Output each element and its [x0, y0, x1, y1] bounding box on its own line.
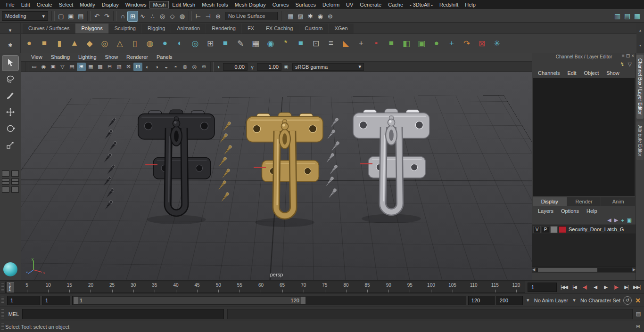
command-result-field[interactable]: [227, 309, 633, 319]
half-sphere-icon[interactable]: ◐: [173, 37, 187, 50]
current-time-field[interactable]: 1: [528, 283, 557, 292]
layout-two-pane-button[interactable]: [11, 170, 19, 177]
animation-preferences-icon[interactable]: ✕: [634, 296, 642, 305]
panel-menu-lighting[interactable]: Lighting: [74, 54, 101, 60]
character-set-dropdown-icon[interactable]: ▾: [571, 297, 578, 303]
tool-settings-toggle-icon[interactable]: ▤: [622, 11, 632, 21]
channel-box-menu-channels[interactable]: Channels: [534, 69, 563, 77]
screws-steel-door-latch[interactable]: [325, 118, 340, 199]
spread-icon[interactable]: *: [279, 37, 292, 50]
help-grid-icon[interactable]: ⊞: [636, 324, 640, 330]
channel-box-menu-show[interactable]: Show: [603, 69, 623, 77]
menu-help[interactable]: Help: [462, 1, 479, 8]
menu-set-selector[interactable]: Modeling ▾: [2, 11, 48, 21]
safe-action-icon[interactable]: ⊠: [124, 63, 133, 71]
combine-icon[interactable]: ■: [385, 37, 398, 50]
layer-prev-icon[interactable]: ◀: [607, 217, 611, 223]
ipr-render-icon[interactable]: ▨: [296, 11, 305, 21]
panel-menu-show[interactable]: Show: [101, 54, 123, 60]
step-back-frame-button[interactable]: |◀: [570, 283, 579, 292]
motion-blur-icon[interactable]: ⊚: [199, 63, 208, 71]
shaded-icon[interactable]: ◑: [152, 63, 161, 71]
shelf-options-gear-icon[interactable]: ✱: [8, 42, 12, 49]
cube-tool-icon[interactable]: ■: [294, 37, 307, 50]
field-chart-icon[interactable]: ▧: [115, 63, 124, 71]
screws-black-door-latch[interactable]: [102, 118, 117, 211]
shelf-tab-curves-surfaces[interactable]: Curves / Surfaces: [23, 24, 75, 33]
snap-magnet-icon[interactable]: ∩: [118, 11, 128, 21]
go-to-start-button[interactable]: |◀◀: [559, 283, 569, 292]
layout-outliner-persp-button[interactable]: [2, 186, 9, 193]
colorspace-select[interactable]: sRGB gamma ▾: [292, 63, 364, 71]
poly-barrel-icon[interactable]: ◍: [143, 37, 157, 50]
menu-deform[interactable]: Deform: [319, 1, 343, 8]
scroll-up-icon[interactable]: ▴: [639, 28, 641, 32]
range-slider-grip[interactable]: [1, 296, 4, 304]
menu-modify[interactable]: Modify: [76, 1, 98, 8]
scrollbar-track[interactable]: [536, 267, 632, 272]
lock-camera-icon[interactable]: ◉: [39, 63, 48, 71]
menu-3dtoall[interactable]: - 3DtoAll -: [406, 1, 436, 8]
red-chip-icon[interactable]: ▪: [370, 37, 383, 50]
boolean-icon[interactable]: ●: [430, 37, 443, 50]
layer-visible-toggle[interactable]: V: [533, 226, 541, 233]
shelf-tab-animation[interactable]: Animation: [171, 24, 206, 33]
shelf-tab-fx-caching[interactable]: FX Caching: [260, 24, 298, 33]
time-slider-grip[interactable]: [1, 283, 4, 291]
layout-horizontal-pane-button[interactable]: [2, 178, 9, 185]
layer-type-cell[interactable]: [550, 226, 558, 233]
layer-row[interactable]: V P Security_Door_Latch_G: [532, 225, 636, 234]
smooth-sphere-icon[interactable]: ●: [158, 37, 172, 50]
bookmark-icon[interactable]: ▽: [58, 63, 67, 71]
scrollbar-thumb[interactable]: [538, 268, 597, 272]
view-transform-icon[interactable]: ◉: [283, 64, 289, 70]
shelf-tab-fx[interactable]: FX: [242, 24, 260, 33]
step-forward-key-button[interactable]: |▶: [611, 283, 621, 292]
screws-brass-door-latch[interactable]: [217, 121, 232, 203]
snap-center-icon[interactable]: ◎: [157, 11, 167, 21]
menu-select[interactable]: Select: [56, 1, 77, 8]
menu-mesh[interactable]: Mesh: [149, 1, 169, 8]
animation-end-field[interactable]: 200: [496, 296, 523, 305]
layer-next-icon[interactable]: ▶: [614, 217, 618, 223]
undo-icon[interactable]: ↶: [92, 11, 102, 21]
xgen-star-icon[interactable]: ✳: [490, 37, 504, 50]
channel-speed-icon[interactable]: ↯: [620, 61, 624, 67]
playback-start-field[interactable]: 1: [42, 296, 70, 305]
character-set-label[interactable]: No Character Set: [579, 298, 621, 303]
channel-box-empty-area[interactable]: [533, 78, 635, 196]
panel-close-icon[interactable]: ×: [631, 53, 634, 58]
save-scene-icon[interactable]: ▤: [76, 11, 86, 21]
poly-torus-icon[interactable]: ◎: [98, 37, 111, 50]
film-gate-icon[interactable]: ▦: [86, 63, 95, 71]
fill-hole-icon[interactable]: ▣: [415, 37, 428, 50]
poly-cylinder-icon[interactable]: ▮: [53, 37, 66, 50]
make-live-icon[interactable]: ◍: [177, 11, 187, 21]
menu-edit[interactable]: Edit: [18, 1, 33, 8]
shelf-tab-custom[interactable]: Custom: [299, 24, 329, 33]
shelf-scroll[interactable]: ▴ ▾: [636, 23, 644, 53]
layer-name[interactable]: Security_Door_Latch_G: [569, 227, 624, 232]
channel-box-menu-edit[interactable]: Edit: [563, 69, 580, 77]
menu-surfaces[interactable]: Surfaces: [292, 1, 319, 8]
go-to-end-button[interactable]: ▶▶|: [632, 283, 642, 292]
camera-attributes-icon[interactable]: ▣: [49, 63, 58, 71]
new-scene-icon[interactable]: ▢: [56, 11, 66, 21]
step-forward-frame-button[interactable]: ▶|: [621, 283, 631, 292]
menu-mesh-tools[interactable]: Mesh Tools: [198, 1, 231, 8]
mirror-icon[interactable]: ↷: [460, 37, 473, 50]
poly-sphere-icon[interactable]: ●: [23, 37, 36, 50]
auto-key-icon[interactable]: ↺: [623, 296, 632, 305]
viewport-canvas[interactable]: y x z persp: [21, 72, 532, 280]
layer-editor-menu-help[interactable]: Help: [583, 207, 601, 215]
animation-start-field[interactable]: 1: [7, 296, 40, 305]
layer-editor-menu-layers[interactable]: Layers: [534, 207, 557, 215]
resolution-gate-icon[interactable]: ▩: [96, 63, 105, 71]
poly-cube-icon[interactable]: ■: [38, 37, 51, 50]
command-line-grip[interactable]: [1, 309, 4, 318]
render-sequence-icon[interactable]: ⊚: [325, 11, 335, 21]
range-slider[interactable]: 1 120: [72, 296, 466, 305]
orange-wedge-icon[interactable]: ◣: [339, 37, 353, 50]
channel-filter-icon[interactable]: ▽: [628, 61, 632, 67]
scale-tool-button[interactable]: [2, 138, 18, 153]
